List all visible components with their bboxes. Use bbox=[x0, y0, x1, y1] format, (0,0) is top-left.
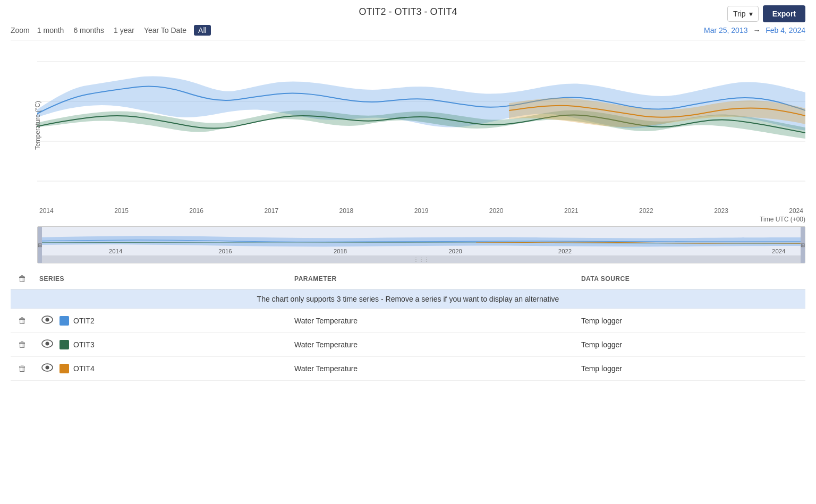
delete-all-button[interactable]: 🗑 bbox=[16, 273, 29, 285]
svg-text:2022: 2022 bbox=[558, 248, 572, 254]
table-row: 🗑 OTIT3 Water Temperature Temp logger bbox=[11, 333, 805, 357]
series-cell-otit3: OTIT3 bbox=[34, 333, 289, 357]
series-cell-otit2: OTIT2 bbox=[34, 309, 289, 333]
eye-icon bbox=[41, 363, 53, 372]
series-name-otit2: OTIT2 bbox=[73, 317, 95, 325]
date-range: Mar 25, 2013 → Feb 4, 2024 bbox=[704, 26, 805, 35]
delete-otit2-button[interactable]: 🗑 bbox=[16, 315, 29, 327]
time-utc-label: Time UTC (+00) bbox=[37, 216, 805, 223]
date-arrow: → bbox=[753, 26, 760, 35]
svg-text:2016: 2016 bbox=[218, 248, 232, 254]
zoom-all[interactable]: All bbox=[194, 25, 211, 36]
eye-icon bbox=[41, 315, 53, 324]
th-delete: 🗑 bbox=[11, 269, 34, 289]
th-datasource: DATA SOURCE bbox=[576, 269, 805, 289]
series-cell-otit4: OTIT4 bbox=[34, 357, 289, 381]
delete-otit3-button[interactable]: 🗑 bbox=[16, 339, 29, 351]
zoom-ytd[interactable]: Year To Date bbox=[142, 25, 189, 36]
visibility-otit3-button[interactable] bbox=[39, 338, 55, 351]
navigator-chart: 2014 2016 2018 2020 2022 2024 bbox=[38, 227, 805, 257]
svg-text:2020: 2020 bbox=[449, 248, 462, 254]
zoom-1month[interactable]: 1 month bbox=[35, 25, 66, 36]
row-delete-cell: 🗑 bbox=[11, 357, 34, 381]
datasource-otit2: Temp logger bbox=[576, 309, 805, 333]
x-tick-2017: 2017 bbox=[264, 207, 278, 215]
datasource-otit4: Temp logger bbox=[576, 357, 805, 381]
series-name-otit4: OTIT4 bbox=[73, 364, 95, 373]
navigator-handle-left[interactable]: ⊞ bbox=[38, 227, 42, 263]
x-tick-2016: 2016 bbox=[189, 207, 203, 215]
th-series: SERIES bbox=[34, 269, 289, 289]
svg-text:2014: 2014 bbox=[109, 248, 122, 254]
notice-row: The chart only supports 3 time series - … bbox=[11, 289, 805, 309]
color-box-otit2 bbox=[60, 316, 69, 326]
x-tick-2021: 2021 bbox=[564, 207, 579, 215]
svg-text:2018: 2018 bbox=[334, 248, 347, 254]
th-parameter: PARAMETER bbox=[289, 269, 576, 289]
visibility-otit4-button[interactable] bbox=[39, 362, 55, 375]
trip-dropdown[interactable]: Trip ▾ bbox=[727, 6, 759, 22]
row-delete-cell: 🗑 bbox=[11, 333, 34, 357]
x-tick-2014: 2014 bbox=[39, 207, 54, 215]
x-tick-2020: 2020 bbox=[489, 207, 504, 215]
svg-point-17 bbox=[46, 342, 49, 346]
series-table: 🗑 SERIES PARAMETER DATA SOURCE The chart… bbox=[11, 269, 805, 381]
color-box-otit4 bbox=[60, 364, 69, 373]
svg-point-19 bbox=[46, 366, 49, 370]
zoom-1year[interactable]: 1 year bbox=[112, 25, 137, 36]
x-tick-2015: 2015 bbox=[114, 207, 129, 215]
x-tick-2018: 2018 bbox=[339, 207, 354, 215]
table-row: 🗑 OTIT2 Water Temperature Temp logger bbox=[11, 309, 805, 333]
x-tick-2022: 2022 bbox=[639, 207, 653, 215]
eye-icon bbox=[41, 339, 53, 348]
x-tick-2019: 2019 bbox=[414, 207, 429, 215]
zoom-label: Zoom bbox=[11, 26, 30, 35]
zoom-6months[interactable]: 6 months bbox=[71, 25, 106, 36]
svg-text:2024: 2024 bbox=[772, 248, 785, 254]
x-tick-2023: 2023 bbox=[714, 207, 728, 215]
x-axis: 2014 2015 2016 2017 2018 2019 2020 2021 … bbox=[37, 207, 805, 215]
color-box-otit3 bbox=[60, 340, 69, 349]
nav-scrollbar[interactable]: ⋮⋮⋮ bbox=[38, 255, 805, 263]
navigator-container[interactable]: 2014 2016 2018 2020 2022 2024 ⊞ ⊞ ⋮⋮⋮ bbox=[37, 226, 805, 263]
main-chart: 30 25 20 15 bbox=[37, 46, 805, 205]
parameter-otit3: Water Temperature bbox=[289, 333, 576, 357]
parameter-otit4: Water Temperature bbox=[289, 357, 576, 381]
export-button[interactable]: Export bbox=[763, 5, 805, 22]
svg-point-15 bbox=[46, 318, 49, 322]
datasource-otit3: Temp logger bbox=[576, 333, 805, 357]
page-title: OTIT2 - OTIT3 - OTIT4 bbox=[359, 6, 457, 18]
x-tick-2024: 2024 bbox=[789, 207, 803, 215]
trip-label: Trip bbox=[733, 10, 746, 18]
date-end: Feb 4, 2024 bbox=[766, 26, 805, 35]
chart-container: Temperature (°C) 30 25 20 15 bbox=[0, 40, 816, 223]
parameter-otit2: Water Temperature bbox=[289, 309, 576, 333]
date-start: Mar 25, 2013 bbox=[704, 26, 748, 35]
visibility-otit2-button[interactable] bbox=[39, 314, 55, 327]
series-name-otit3: OTIT3 bbox=[73, 340, 95, 349]
dropdown-chevron-icon: ▾ bbox=[749, 10, 753, 18]
delete-otit4-button[interactable]: 🗑 bbox=[16, 363, 29, 374]
notice-text: The chart only supports 3 time series - … bbox=[11, 289, 805, 309]
y-axis-label: Temperature (°C) bbox=[34, 101, 41, 150]
row-delete-cell: 🗑 bbox=[11, 309, 34, 333]
table-row: 🗑 OTIT4 Water Temperature Temp logger bbox=[11, 357, 805, 381]
navigator-handle-right[interactable]: ⊞ bbox=[801, 227, 805, 263]
